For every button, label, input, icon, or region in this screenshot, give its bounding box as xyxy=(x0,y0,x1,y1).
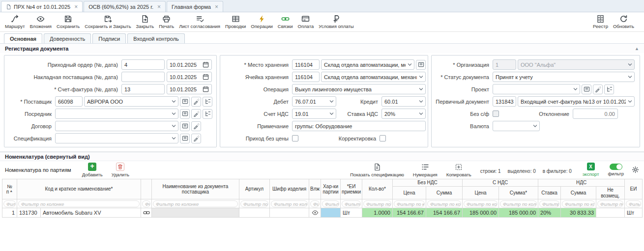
cell-article[interactable] xyxy=(239,208,270,218)
supplier-card-button[interactable] xyxy=(180,97,190,107)
approval-sheet-button[interactable]: Лист согласования xyxy=(179,14,220,29)
operations-button[interactable]: Операции xyxy=(251,14,272,29)
print-button[interactable]: Печать xyxy=(159,14,174,29)
supplier-search-button[interactable] xyxy=(191,97,201,107)
attachments-button[interactable]: Вложения xyxy=(30,14,52,29)
calendar-icon[interactable] xyxy=(203,61,209,68)
subtab-2[interactable]: Доверенность xyxy=(44,33,91,43)
specification-combobox[interactable] xyxy=(55,133,178,143)
cell-vat-amount[interactable]: 30 833.33 xyxy=(561,208,596,218)
status-combobox[interactable]: Принят к учету xyxy=(493,72,635,82)
primary-doc-combobox[interactable]: Входящий счет-фактура №13 от 10.01.2025 xyxy=(518,96,635,107)
column-header-quantity[interactable]: Кол-во* xyxy=(362,179,393,199)
column-header-vat-amount[interactable]: Сумма xyxy=(561,187,596,199)
column-filter-input[interactable]: Фильтр по колонке xyxy=(427,200,461,207)
tab-2[interactable]: ОСВ (60%,62%) за 2025 г.× xyxy=(84,1,166,12)
filter-toggle[interactable]: фильтр xyxy=(608,163,624,176)
table-settings-gear-icon[interactable] xyxy=(632,166,639,173)
cell-price-no-vat[interactable]: 154 166.67 xyxy=(393,208,426,218)
supplier-code-input[interactable]: 66098 xyxy=(55,96,83,107)
tab-close-icon[interactable]: × xyxy=(74,3,78,10)
cell-attach[interactable] xyxy=(309,208,321,218)
chevron-down-icon[interactable] xyxy=(329,111,334,116)
column-filter-input[interactable]: Фильтр по колонке xyxy=(562,200,595,207)
storage-place-combobox[interactable]: Склад отдела автоматизации, механизации … xyxy=(321,59,414,70)
contract-search-button[interactable] xyxy=(191,121,201,131)
cell-amount-no-vat[interactable]: 154 166.67 xyxy=(426,208,463,218)
chevron-down-icon[interactable] xyxy=(418,111,424,116)
supplier-combobox[interactable]: АВРОРА ООО xyxy=(84,96,178,107)
column-filter-input[interactable]: Фильтр по колонке xyxy=(271,200,308,207)
copy-button[interactable]: Копировать xyxy=(446,163,471,177)
column-header-amount-no-vat[interactable]: Сумма xyxy=(426,187,463,199)
debit-combobox[interactable]: 76.07.01 xyxy=(292,96,336,107)
chevron-down-icon[interactable] xyxy=(573,86,578,92)
column-header-supplier-doc-name[interactable]: Наименование из документа поставщика xyxy=(152,179,239,199)
column-filter-input[interactable]: Фильтр по колонке xyxy=(240,200,268,207)
column-header-product-code[interactable]: Шифр изделия xyxy=(270,179,309,199)
intermediary-hierarchy-button[interactable] xyxy=(203,109,212,119)
column-filter-input[interactable]: Фильтр по колонке xyxy=(363,200,391,207)
chevron-down-icon[interactable] xyxy=(171,99,176,104)
cell-quantity[interactable]: 1.0000 xyxy=(362,208,393,218)
tab-close-icon[interactable]: × xyxy=(157,3,161,10)
column-filter-input[interactable]: Фильтр по колонке xyxy=(626,200,641,207)
toggle-on-icon[interactable] xyxy=(610,164,622,170)
numbering-button[interactable]: Нумерация xyxy=(413,163,438,177)
route-button[interactable]: Маршрут xyxy=(5,14,25,29)
contract-combobox[interactable] xyxy=(55,121,178,131)
supplier-invoice-date-input[interactable]: 10.01.2025 xyxy=(167,72,212,82)
project-combobox[interactable] xyxy=(493,84,580,94)
column-filter-input[interactable]: Фильтр по колонке xyxy=(464,200,498,207)
operation-combobox[interactable]: Выкуп лизингового имущества xyxy=(292,84,426,94)
postings-button[interactable]: Проводки xyxy=(225,14,246,29)
cell-vat-rate[interactable]: 20% xyxy=(538,208,561,218)
delete-row-button[interactable]: Удалить xyxy=(112,163,129,177)
intermediary-card-button[interactable] xyxy=(180,109,190,119)
project-search-button[interactable] xyxy=(593,84,603,94)
invoice-number-input[interactable]: 13 xyxy=(121,84,165,94)
cell-receipt-unit[interactable]: Шт xyxy=(341,208,362,218)
cell-non-refund[interactable] xyxy=(596,208,625,218)
no-invoice-checkbox[interactable] xyxy=(493,111,499,117)
deviation-input[interactable]: 0.00 xyxy=(573,109,618,119)
specification-card-button[interactable] xyxy=(180,134,190,143)
column-header-attach[interactable]: Влж xyxy=(309,179,321,199)
chevron-down-icon[interactable] xyxy=(418,74,424,80)
column-header-batch-props[interactable]: Хар-ки партии xyxy=(321,179,341,199)
column-filter-input[interactable]: Фильтр по колонке xyxy=(394,200,425,207)
storage-place-card-button[interactable] xyxy=(416,60,426,70)
tab-3[interactable]: Главная форма× xyxy=(167,1,223,12)
intermediary-combobox[interactable] xyxy=(55,109,178,119)
chevron-down-icon[interactable] xyxy=(407,62,412,67)
cell-link[interactable] xyxy=(141,208,152,218)
vat-account-combobox[interactable]: 19.01 xyxy=(292,109,336,119)
cell-product-code[interactable] xyxy=(270,208,309,218)
column-filter-input[interactable]: Фильтр по колонке xyxy=(18,200,140,207)
no-price-checkbox[interactable] xyxy=(292,135,298,141)
column-header-num[interactable]: № п▲ xyxy=(2,179,17,199)
registry-button[interactable]: Реестр xyxy=(593,14,608,29)
column-header-price-no-vat[interactable]: Цена xyxy=(393,187,426,199)
close-button[interactable]: Закрыть xyxy=(136,14,154,29)
chevron-down-icon[interactable] xyxy=(418,86,424,92)
chevron-down-icon[interactable] xyxy=(171,123,176,129)
column-header-price-with-vat[interactable]: Цена xyxy=(463,187,499,199)
calendar-icon[interactable] xyxy=(203,86,209,92)
links-button[interactable]: Связки xyxy=(278,14,293,29)
credit-combobox[interactable]: 60.01 xyxy=(381,96,426,107)
show-specification-button[interactable]: Показать спецификацию xyxy=(350,163,404,177)
chevron-down-icon[interactable] xyxy=(627,99,633,104)
cell-num[interactable]: 1 xyxy=(2,208,17,218)
column-header-non-refund[interactable]: Не возмещ. xyxy=(596,187,625,199)
column-header-unit[interactable]: ЕИ xyxy=(625,179,643,199)
correction-checkbox[interactable] xyxy=(380,135,386,141)
contract-card-button[interactable] xyxy=(180,121,190,131)
invoice-date-input[interactable]: 10.01.2025 xyxy=(167,84,212,94)
column-filter-input[interactable]: Фильтр по колонке xyxy=(500,200,537,207)
project-hierarchy-button[interactable] xyxy=(604,84,614,94)
storage-cell-code-input[interactable]: 116104 xyxy=(292,72,320,82)
refresh-button[interactable]: Обновить xyxy=(613,14,634,29)
chevron-down-icon[interactable] xyxy=(171,111,176,116)
chevron-down-icon[interactable] xyxy=(532,123,538,129)
